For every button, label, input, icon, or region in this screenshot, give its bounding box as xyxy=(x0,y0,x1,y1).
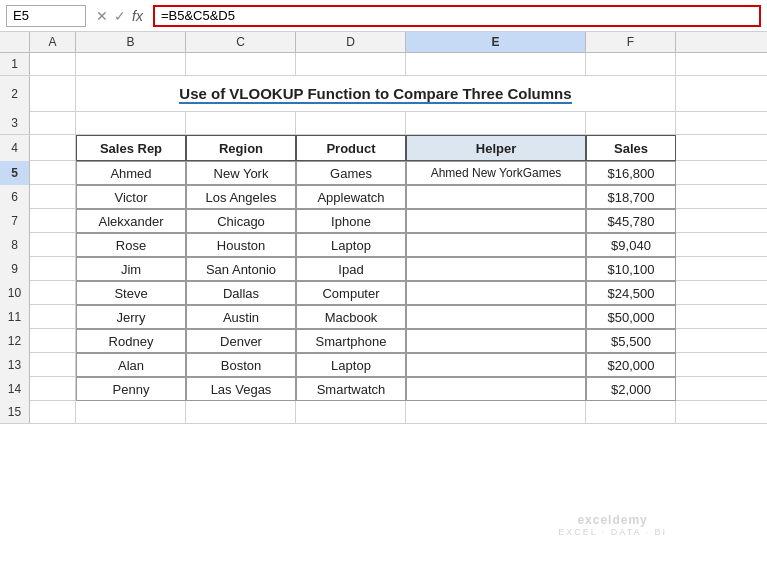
cell-f11[interactable]: $50,000 xyxy=(586,305,676,329)
cell-c7[interactable]: Chicago xyxy=(186,209,296,233)
cell-c10[interactable]: Dallas xyxy=(186,281,296,305)
cell-f3[interactable] xyxy=(586,112,676,134)
cell-f7[interactable]: $45,780 xyxy=(586,209,676,233)
cell-b1[interactable] xyxy=(76,53,186,75)
col-header-a[interactable]: A xyxy=(30,32,76,52)
cell-c12[interactable]: Denver xyxy=(186,329,296,353)
row-header-9[interactable]: 9 xyxy=(0,257,30,281)
cell-a7[interactable] xyxy=(30,209,76,233)
row-header-6[interactable]: 6 xyxy=(0,185,30,209)
cell-d3[interactable] xyxy=(296,112,406,134)
cell-d1[interactable] xyxy=(296,53,406,75)
cell-e11[interactable] xyxy=(406,305,586,329)
cell-f5[interactable]: $16,800 xyxy=(586,161,676,185)
cell-d7[interactable]: Iphone xyxy=(296,209,406,233)
cell-a8[interactable] xyxy=(30,233,76,257)
header-sales-rep[interactable]: Sales Rep xyxy=(76,135,186,161)
cell-c13[interactable]: Boston xyxy=(186,353,296,377)
cell-f13[interactable]: $20,000 xyxy=(586,353,676,377)
cell-e8[interactable] xyxy=(406,233,586,257)
cell-a1[interactable] xyxy=(30,53,76,75)
cell-f8[interactable]: $9,040 xyxy=(586,233,676,257)
cell-e9[interactable] xyxy=(406,257,586,281)
header-region[interactable]: Region xyxy=(186,135,296,161)
cell-b10[interactable]: Steve xyxy=(76,281,186,305)
cell-f6[interactable]: $18,700 xyxy=(586,185,676,209)
cell-e6[interactable] xyxy=(406,185,586,209)
cell-f9[interactable]: $10,100 xyxy=(586,257,676,281)
confirm-icon[interactable]: ✓ xyxy=(114,8,126,24)
row-header-14[interactable]: 14 xyxy=(0,377,30,401)
cell-b7[interactable]: Alekxander xyxy=(76,209,186,233)
cell-b15[interactable] xyxy=(76,401,186,423)
row-header-7[interactable]: 7 xyxy=(0,209,30,233)
header-product[interactable]: Product xyxy=(296,135,406,161)
cell-a15[interactable] xyxy=(30,401,76,423)
cell-c3[interactable] xyxy=(186,112,296,134)
cell-d10[interactable]: Computer xyxy=(296,281,406,305)
row-header-4[interactable]: 4 xyxy=(0,135,30,161)
cell-e1[interactable] xyxy=(406,53,586,75)
cell-b9[interactable]: Jim xyxy=(76,257,186,281)
cell-f10[interactable]: $24,500 xyxy=(586,281,676,305)
cell-d9[interactable]: Ipad xyxy=(296,257,406,281)
col-header-c[interactable]: C xyxy=(186,32,296,52)
row-header-13[interactable]: 13 xyxy=(0,353,30,377)
cell-b3[interactable] xyxy=(76,112,186,134)
cell-d5[interactable]: Games xyxy=(296,161,406,185)
cell-e13[interactable] xyxy=(406,353,586,377)
cell-b12[interactable]: Rodney xyxy=(76,329,186,353)
cell-a4[interactable] xyxy=(30,135,76,161)
col-header-e[interactable]: E xyxy=(406,32,586,52)
cell-a10[interactable] xyxy=(30,281,76,305)
cell-c15[interactable] xyxy=(186,401,296,423)
cell-e12[interactable] xyxy=(406,329,586,353)
cell-f12[interactable]: $5,500 xyxy=(586,329,676,353)
col-header-b[interactable]: B xyxy=(76,32,186,52)
col-header-f[interactable]: F xyxy=(586,32,676,52)
cell-e5[interactable]: Ahmed New YorkGames xyxy=(406,161,586,185)
cell-d8[interactable]: Laptop xyxy=(296,233,406,257)
cell-b13[interactable]: Alan xyxy=(76,353,186,377)
cell-b8[interactable]: Rose xyxy=(76,233,186,257)
row-header-3[interactable]: 3 xyxy=(0,112,30,134)
cell-b6[interactable]: Victor xyxy=(76,185,186,209)
cell-b14[interactable]: Penny xyxy=(76,377,186,401)
row-header-8[interactable]: 8 xyxy=(0,233,30,257)
cell-c5[interactable]: New York xyxy=(186,161,296,185)
row-header-15[interactable]: 15 xyxy=(0,401,30,423)
cell-b5[interactable]: Ahmed xyxy=(76,161,186,185)
header-sales[interactable]: Sales xyxy=(586,135,676,161)
row-header-10[interactable]: 10 xyxy=(0,281,30,305)
cancel-icon[interactable]: ✕ xyxy=(96,8,108,24)
cell-a5[interactable] xyxy=(30,161,76,185)
cell-a12[interactable] xyxy=(30,329,76,353)
row-header-1[interactable]: 1 xyxy=(0,53,30,75)
col-header-d[interactable]: D xyxy=(296,32,406,52)
cell-f14[interactable]: $2,000 xyxy=(586,377,676,401)
cell-d13[interactable]: Laptop xyxy=(296,353,406,377)
cell-d12[interactable]: Smartphone xyxy=(296,329,406,353)
cell-a9[interactable] xyxy=(30,257,76,281)
cell-c14[interactable]: Las Vegas xyxy=(186,377,296,401)
cell-a6[interactable] xyxy=(30,185,76,209)
formula-input[interactable]: =B5&C5&D5 xyxy=(153,5,761,27)
header-helper[interactable]: Helper xyxy=(406,135,586,161)
cell-c1[interactable] xyxy=(186,53,296,75)
cell-f15[interactable] xyxy=(586,401,676,423)
cell-e15[interactable] xyxy=(406,401,586,423)
cell-d6[interactable]: Applewatch xyxy=(296,185,406,209)
row-header-5[interactable]: 5 xyxy=(0,161,30,185)
cell-d14[interactable]: Smartwatch xyxy=(296,377,406,401)
cell-d11[interactable]: Macbook xyxy=(296,305,406,329)
cell-a3[interactable] xyxy=(30,112,76,134)
fx-icon[interactable]: fx xyxy=(132,8,143,24)
cell-a2[interactable] xyxy=(30,76,76,112)
cell-c8[interactable]: Houston xyxy=(186,233,296,257)
cell-f1[interactable] xyxy=(586,53,676,75)
cell-a13[interactable] xyxy=(30,353,76,377)
cell-e14[interactable] xyxy=(406,377,586,401)
cell-b11[interactable]: Jerry xyxy=(76,305,186,329)
cell-c6[interactable]: Los Angeles xyxy=(186,185,296,209)
row-header-11[interactable]: 11 xyxy=(0,305,30,329)
